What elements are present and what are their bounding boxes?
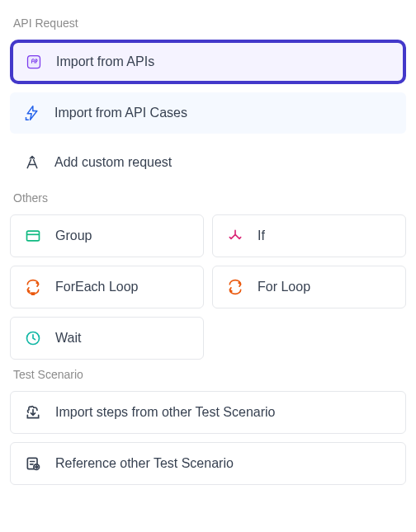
foreach-loop-icon: x bbox=[24, 278, 42, 296]
svg-rect-1 bbox=[27, 231, 40, 241]
card-label: Import from API Cases bbox=[54, 106, 187, 120]
reference-scenario-button[interactable]: Reference other Test Scenario bbox=[10, 442, 406, 485]
card-label: If bbox=[258, 228, 265, 243]
compass-icon bbox=[23, 153, 41, 172]
card-label: Reference other Test Scenario bbox=[55, 456, 234, 471]
card-label: Group bbox=[55, 228, 92, 243]
branch-icon bbox=[226, 227, 244, 245]
card-label: Import from APIs bbox=[56, 54, 154, 69]
bolt-import-icon bbox=[23, 104, 41, 122]
group-icon bbox=[24, 227, 42, 245]
import-steps-button[interactable]: Import steps from other Test Scenario bbox=[10, 391, 406, 434]
group-button[interactable]: Group bbox=[10, 214, 204, 257]
section-label-test-scenario: Test Scenario bbox=[10, 368, 406, 381]
import-from-apis-button[interactable]: Import from APIs bbox=[10, 40, 406, 84]
if-button[interactable]: If bbox=[212, 214, 406, 257]
api-icon bbox=[25, 53, 43, 71]
for-loop-button[interactable]: For Loop bbox=[212, 266, 406, 308]
section-label-others: Others bbox=[10, 191, 406, 205]
import-icon bbox=[24, 403, 42, 421]
section-label-api-request: API Request bbox=[10, 16, 406, 30]
card-label: Add custom request bbox=[54, 155, 172, 170]
for-loop-icon bbox=[226, 278, 244, 296]
wait-button[interactable]: Wait bbox=[10, 317, 204, 360]
svg-rect-0 bbox=[28, 56, 40, 68]
foreach-loop-button[interactable]: x ForEach Loop bbox=[10, 266, 204, 308]
reference-icon bbox=[24, 454, 42, 473]
card-label: For Loop bbox=[258, 280, 310, 294]
card-label: Import steps from other Test Scenario bbox=[55, 405, 275, 420]
clock-icon bbox=[24, 329, 42, 347]
card-label: ForEach Loop bbox=[55, 280, 139, 294]
add-custom-request-button[interactable]: Add custom request bbox=[10, 142, 406, 183]
import-from-api-cases-button[interactable]: Import from API Cases bbox=[10, 92, 406, 134]
card-label: Wait bbox=[55, 331, 81, 346]
svg-text:x: x bbox=[32, 291, 35, 295]
